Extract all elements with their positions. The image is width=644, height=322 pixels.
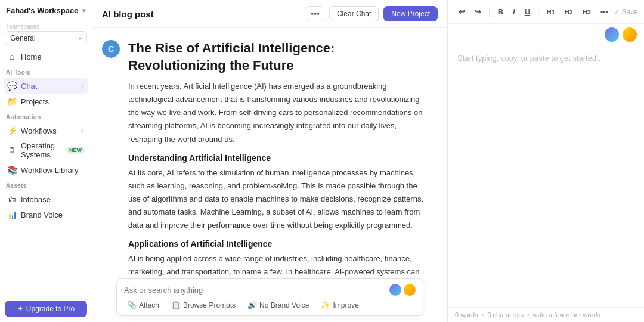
brand-voice-icon: 📊 <box>7 210 17 219</box>
upgrade-icon: ✦ <box>17 305 23 313</box>
right-panel-footer: 0 words • 0 characters • write a few mor… <box>448 307 644 322</box>
toolbar-sep2: | <box>537 7 540 17</box>
sidebar-item-workflow-library[interactable]: 📚 Workflow Library <box>4 162 88 178</box>
document-avatar: C <box>102 40 120 58</box>
editor-placeholder: Start typing, copy, or paste to get star… <box>457 54 634 63</box>
save-label: Save <box>621 8 637 16</box>
page-title: AI blog post <box>102 9 154 19</box>
chat-input-icons <box>389 284 416 296</box>
no-brand-voice-label: No Brand Voice <box>259 301 309 309</box>
attach-label: Attach <box>139 301 159 309</box>
toolbar-sep1: | <box>488 7 491 17</box>
new-badge: NEW <box>66 147 85 154</box>
infobase-icon: 🗂 <box>7 194 17 204</box>
browse-prompts-icon: 📋 <box>171 301 181 309</box>
document-title: The Rise of Artificial Intelligence: Rev… <box>128 40 423 74</box>
document-area-wrapper: C The Rise of Artificial Intelligence: R… <box>92 28 447 322</box>
right-editor-area[interactable]: Start typing, copy, or paste to get star… <box>448 45 644 307</box>
upgrade-label: Upgrade to Pro <box>26 305 75 313</box>
improve-icon: ✨ <box>321 301 330 309</box>
save-check: ✓ <box>614 8 620 16</box>
writing-hint: write a few more words <box>533 311 600 318</box>
chat-plus-button[interactable]: + <box>80 81 85 91</box>
ai-emoji-icon <box>623 27 637 42</box>
clear-chat-button[interactable]: Clear Chat <box>329 6 379 21</box>
chat-search-input[interactable] <box>124 286 386 295</box>
title-line1: The Rise of Artificial Intelligence: <box>128 41 335 55</box>
automation-section-label: Automation <box>4 109 88 123</box>
underline-button[interactable]: U <box>521 5 534 18</box>
title-line2: Revolutionizing the Future <box>128 58 293 73</box>
word-count: 0 words <box>455 311 478 318</box>
main-header: AI blog post ••• Clear Chat New Project <box>92 0 447 28</box>
projects-icon: 📁 <box>7 97 17 106</box>
team-name: General <box>10 34 36 42</box>
assets-section-label: Assets <box>4 178 88 191</box>
workflow-library-icon: 📚 <box>7 165 17 175</box>
upgrade-button[interactable]: ✦ Upgrade to Pro <box>5 301 87 317</box>
ai-avatar-icon <box>605 27 619 42</box>
sidebar-item-brand-voice[interactable]: 📊 Brand Voice <box>4 207 88 222</box>
header-actions: ••• Clear Chat New Project <box>306 6 438 21</box>
workspace-selector[interactable]: Fahad's Workspace ▾ <box>0 0 92 20</box>
sidebar-item-operating-systems[interactable]: 🖥 Operating Systems NEW <box>4 138 88 162</box>
section2-title: Applications of Artificial Intelligence <box>128 239 423 249</box>
char-count: 0 characters <box>487 311 524 318</box>
chat-toolbar: 📎 Attach 📋 Browse Prompts 🔊 No Brand Voi… <box>124 299 416 311</box>
chat-icon: 💬 <box>7 81 17 91</box>
sidebar-item-home[interactable]: ⌂ Home <box>4 49 88 64</box>
attach-button[interactable]: 📎 Attach <box>124 299 162 311</box>
brand-voice-button[interactable]: 🔊 No Brand Voice <box>244 299 312 311</box>
operating-systems-label: Operating Systems <box>21 141 62 159</box>
team-chevron: ▾ <box>79 35 82 42</box>
sidebar-item-chat[interactable]: 💬 Chat + <box>4 78 88 94</box>
workflow-library-label: Workflow Library <box>21 166 85 175</box>
teamspaces-label: Teamspaces <box>0 20 92 31</box>
browse-prompts-label: Browse Prompts <box>183 301 236 309</box>
attach-icon: 📎 <box>127 301 137 309</box>
italic-button[interactable]: I <box>509 5 519 18</box>
doc-title-line1: The Rise of Artificial Intelligence: Rev… <box>128 40 423 74</box>
main-area: AI blog post ••• Clear Chat New Project … <box>92 0 447 322</box>
new-project-button[interactable]: New Project <box>383 6 438 21</box>
ai-tools-section-label: AI Tools <box>4 64 88 78</box>
footer-sep2: • <box>527 311 530 318</box>
infobase-label: Infobase <box>21 195 85 204</box>
operating-systems-icon: 🖥 <box>7 145 17 155</box>
workflows-icon: ⚡ <box>7 126 17 135</box>
chat-input-row <box>124 284 416 296</box>
workflows-label: Workflows <box>21 126 76 135</box>
workflows-plus-button[interactable]: + <box>80 126 85 135</box>
sidebar-item-projects[interactable]: 📁 Projects <box>4 94 88 109</box>
workspace-title: Fahad's Workspace <box>6 6 79 15</box>
undo-button[interactable]: ↩ <box>455 5 469 18</box>
team-select-box[interactable]: General ▾ <box>5 31 87 45</box>
h2-button[interactable]: H2 <box>561 6 577 18</box>
browse-prompts-button[interactable]: 📋 Browse Prompts <box>168 299 239 311</box>
workspace-chevron: ▾ <box>82 7 86 14</box>
sidebar: Fahad's Workspace ▾ Teamspaces General ▾… <box>0 0 92 322</box>
sidebar-content: ⌂ Home AI Tools 💬 Chat + 📁 Projects Auto… <box>0 49 92 296</box>
chat-input-bar: 📎 Attach 📋 Browse Prompts 🔊 No Brand Voi… <box>116 278 423 316</box>
footer-sep1: • <box>482 311 484 318</box>
section1-title: Understanding Artificial Intelligence <box>128 153 423 163</box>
h1-button[interactable]: H1 <box>543 6 559 18</box>
sidebar-footer: ✦ Upgrade to Pro <box>0 296 92 322</box>
save-button[interactable]: ✓ Save <box>614 8 637 16</box>
chat-label: Chat <box>21 82 76 91</box>
right-panel: ↩ ↪ | B I U | H1 H2 H3 ••• ✓ Save Start … <box>447 0 644 322</box>
sidebar-item-infobase[interactable]: 🗂 Infobase <box>4 191 88 207</box>
bold-button[interactable]: B <box>494 5 507 18</box>
improve-button[interactable]: ✨ Improve <box>318 299 361 311</box>
no-brand-voice-icon: 🔊 <box>247 301 257 309</box>
team-selector[interactable]: General ▾ <box>5 31 87 45</box>
doc-intro: In recent years, Artificial Intelligence… <box>128 80 423 145</box>
redo-button[interactable]: ↪ <box>471 5 485 18</box>
projects-label: Projects <box>21 97 85 106</box>
more-options-button[interactable]: ••• <box>306 6 324 21</box>
h3-button[interactable]: H3 <box>579 6 595 18</box>
improve-label: Improve <box>333 301 358 309</box>
sidebar-item-workflows[interactable]: ⚡ Workflows + <box>4 123 88 138</box>
home-icon: ⌂ <box>7 52 17 61</box>
more-toolbar-button[interactable]: ••• <box>597 5 612 18</box>
